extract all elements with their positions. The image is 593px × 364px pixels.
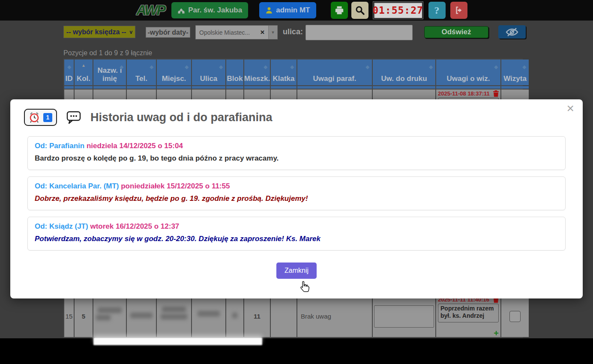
user-button[interactable]: admin MT	[259, 2, 316, 18]
pagination-info: Pozycje od 1 do 9 z 9 łącznie	[63, 49, 152, 57]
column-header-nazwisko[interactable]: ◆Nazw. i imię	[93, 60, 126, 85]
redacted-area	[93, 337, 262, 345]
clear-city-icon[interactable]: ✕	[260, 29, 265, 36]
sort-icon: ◆	[494, 63, 498, 71]
alarm-count-badge: 1	[43, 113, 52, 122]
filter-bar: -- wybór księdza -- v -wybór daty- Opols…	[0, 21, 593, 46]
hide-columns-button[interactable]	[498, 25, 526, 39]
search-button[interactable]	[351, 2, 368, 19]
row-uw-do-druku	[373, 295, 435, 337]
column-header-mieszk[interactable]: ◆Mieszk.	[244, 60, 270, 85]
visit-checkbox[interactable]	[509, 311, 521, 322]
column-header-klatka[interactable]: ◆Klatka	[271, 60, 296, 85]
message-card: Od: Parafianin niedziela 14/12/2025 o 15…	[27, 136, 566, 170]
message-text: Bardzo proszę o kolędę po g. 19, bo tego…	[35, 154, 558, 163]
message-list: Od: Parafianin niedziela 14/12/2025 o 15…	[10, 126, 583, 251]
priest-select-value: -- wybór księdza --	[66, 28, 126, 36]
row-id: 15	[64, 295, 74, 337]
row-mieszk: 11	[244, 295, 270, 337]
user-icon	[265, 6, 273, 14]
sort-icon: ◆	[264, 63, 267, 71]
message-sender: Od: Ksiądz (JT)	[35, 222, 88, 230]
date-picker-button[interactable]: -wybór daty-	[146, 27, 190, 38]
modal-header: 1 Historia uwag od i do parafianina	[10, 99, 583, 126]
message-card: Od: Kancelaria Par. (MT) poniedziałek 15…	[27, 176, 566, 210]
priest-select[interactable]: -- wybór księdza -- v	[63, 26, 135, 38]
close-icon[interactable]: ×	[566, 102, 574, 115]
city-select-value: Opolskie Miastec...	[199, 29, 260, 36]
top-bar: AWP Par. św. Jakuba admin MT 01:55:27 ?	[0, 0, 593, 21]
visit-notes-cell: 2025-11-11 11:40:16 Poprzednim razem był…	[436, 295, 500, 337]
column-header-uwagi-paraf[interactable]: ◆Uwagi paraf.	[297, 60, 372, 85]
message-sender: Od: Parafianin	[35, 142, 84, 150]
refresh-button[interactable]: Odśwież	[424, 26, 488, 38]
column-header-id[interactable]: ◆ID	[64, 60, 74, 85]
street-input[interactable]	[305, 25, 413, 40]
alarm-button[interactable]: 1	[24, 109, 57, 126]
user-button-label: admin MT	[276, 6, 310, 15]
printer-icon	[335, 6, 344, 15]
column-header-uw-do-druku[interactable]: ◆Uw. do druku	[373, 60, 435, 85]
awp-logo: AWP	[136, 2, 165, 18]
eye-slash-icon	[506, 27, 518, 37]
message-datetime: wtorek 16/12/2025 o 12:37	[90, 222, 179, 230]
row-miejsc-redacted	[157, 295, 191, 337]
chevron-down-icon: v	[129, 29, 132, 35]
close-modal-button[interactable]: Zamknij	[276, 263, 317, 279]
sort-icon: ◆	[185, 63, 189, 71]
street-label: ulica:	[283, 27, 303, 36]
column-header-ulica[interactable]: ◆Ulica	[192, 60, 225, 85]
print-button[interactable]	[331, 2, 348, 19]
column-header-miejsc[interactable]: ◆Miejsc.	[157, 60, 191, 85]
logout-button[interactable]	[450, 2, 467, 19]
church-icon	[177, 6, 185, 14]
row-ulica-redacted	[192, 295, 225, 337]
print-note-input[interactable]	[374, 305, 434, 328]
visit-note-box[interactable]: Poprzednim razem był. ks. Andrzej	[438, 304, 499, 322]
row-klatka	[271, 295, 296, 337]
trash-icon[interactable]	[493, 90, 499, 97]
sort-icon: ◆	[366, 63, 369, 71]
row-name-redacted	[93, 295, 126, 337]
row-wizyta	[501, 295, 529, 337]
row-uwagi-paraf: Brak uwag	[297, 295, 372, 337]
sort-icon: ◆	[429, 63, 433, 71]
column-header-kol[interactable]: ▲Kol.	[75, 60, 93, 85]
sort-icon: ◆	[291, 63, 294, 71]
session-clock: 01:55:27	[373, 2, 423, 19]
message-datetime: poniedziałek 15/12/2025 o 11:55	[121, 182, 230, 190]
column-header-wizyta[interactable]: ◆Wizyta	[501, 60, 529, 85]
sort-icon: ◆	[120, 63, 123, 71]
message-card: Od: Ksiądz (JT) wtorek 16/12/2025 o 12:3…	[27, 217, 566, 251]
column-header-uwagi-o-wiz[interactable]: ◆Uwagi o wiz.	[436, 60, 500, 85]
logout-icon	[454, 6, 464, 15]
help-button[interactable]: ?	[428, 2, 446, 19]
search-icon	[355, 5, 365, 15]
sort-asc-icon: ▲	[81, 61, 86, 69]
visit-note-date: 2025-11-08 18:37:11	[438, 90, 490, 97]
message-sender: Od: Kancelaria Par. (MT)	[35, 182, 119, 190]
history-modal: × 1 Historia uwag od i do parafianina	[10, 99, 583, 298]
alarm-clock-icon	[29, 112, 40, 123]
message-text: Potwierdzam, zobaczymy się w godz. 20-20…	[35, 235, 558, 243]
modal-title: Historia uwag od i do parafianina	[90, 111, 273, 124]
city-select[interactable]: Opolskie Miastec... ✕	[195, 25, 268, 39]
message-datetime: niedziela 14/12/2025 o 15:04	[87, 142, 183, 150]
parish-button[interactable]: Par. św. Jakuba	[171, 2, 248, 18]
message-text: Dobrze, przekazaliśmy księdzu, będzie po…	[35, 194, 558, 203]
comments-icon	[66, 111, 81, 124]
sort-icon: ◆	[68, 63, 71, 71]
row-kol: 5	[75, 295, 93, 337]
row-blok-redacted	[226, 295, 243, 337]
parish-button-label: Par. św. Jakuba	[188, 6, 242, 15]
sort-icon: ◆	[150, 63, 153, 71]
row-tel-redacted	[127, 295, 156, 337]
city-select-dropdown-toggle[interactable]: ▾	[268, 25, 278, 39]
add-note-icon[interactable]: +	[438, 328, 499, 338]
column-header-blok[interactable]: Blok	[226, 60, 243, 85]
sort-icon: ◆	[523, 63, 526, 71]
sort-icon: ◆	[219, 63, 223, 71]
column-header-tel[interactable]: ◆Tel.	[127, 60, 156, 85]
